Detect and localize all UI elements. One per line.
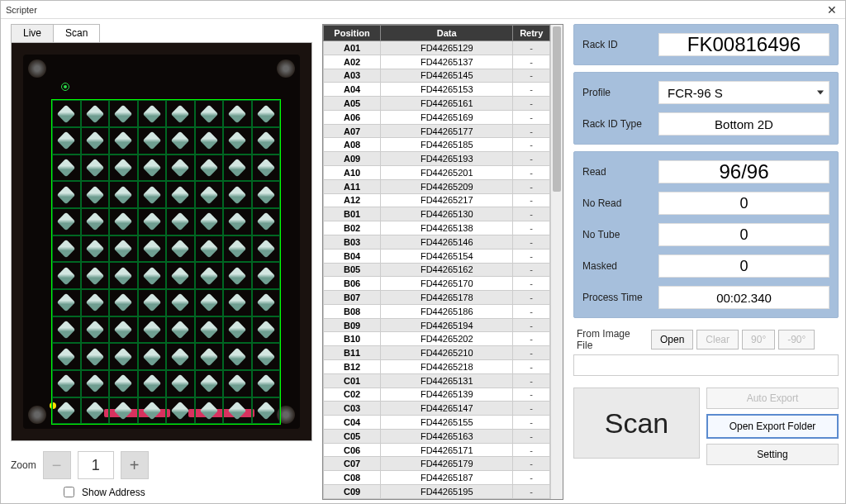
tube-cell[interactable] [195,343,224,370]
rotate-cw-button[interactable]: 90° [742,330,775,349]
tube-cell[interactable] [166,316,195,344]
tube-cell[interactable] [109,235,138,263]
tube-cell[interactable] [195,370,224,397]
tube-cell[interactable] [195,235,224,263]
tube-cell[interactable] [223,208,252,235]
table-row[interactable]: B07FD44265178- [324,291,550,305]
tube-cell[interactable] [81,316,110,344]
table-row[interactable]: A06FD44265169- [324,110,550,124]
tube-cell[interactable] [81,208,110,235]
tab-live[interactable]: Live [11,24,54,43]
tube-cell[interactable] [138,155,167,182]
tube-cell[interactable] [109,100,138,127]
tube-cell[interactable] [81,235,110,263]
tube-cell[interactable] [109,181,138,208]
tube-cell[interactable] [195,208,224,235]
table-row[interactable]: B01FD44265130- [324,207,550,221]
tube-cell[interactable] [195,316,224,344]
tube-cell[interactable] [109,262,138,289]
tube-cell[interactable] [52,316,81,344]
tube-cell[interactable] [166,127,195,155]
tube-cell[interactable] [52,155,81,182]
table-row[interactable]: A09FD44265193- [324,152,550,166]
table-row[interactable]: C08FD44265187- [324,471,550,485]
table-row[interactable]: C05FD44265163- [324,429,550,443]
table-row[interactable]: C02FD44265139- [324,388,550,402]
tube-cell[interactable] [109,208,138,235]
tube-cell[interactable] [166,235,195,263]
rotate-ccw-button[interactable]: -90° [778,330,815,349]
table-row[interactable]: B09FD44265194- [324,318,550,332]
table-row[interactable]: A03FD44265145- [324,69,550,83]
col-position[interactable]: Position [324,26,381,41]
table-row[interactable]: A05FD44265161- [324,97,550,111]
tube-cell[interactable] [52,370,81,397]
table-row[interactable]: C01FD44265131- [324,373,550,388]
file-path-input[interactable] [573,354,839,376]
tube-cell[interactable] [138,316,167,344]
tube-cell[interactable] [252,370,281,397]
tube-cell[interactable] [195,127,224,155]
tube-cell[interactable] [195,100,224,127]
tube-cell[interactable] [138,289,167,316]
table-row[interactable]: C03FD44265147- [324,402,550,416]
tube-cell[interactable] [252,100,281,127]
tube-cell[interactable] [138,262,167,289]
tube-cell[interactable] [223,127,252,155]
zoom-in-button[interactable]: + [121,451,149,479]
tab-scan[interactable]: Scan [54,24,100,43]
tube-cell[interactable] [195,397,224,425]
tube-cell[interactable] [81,370,110,397]
tube-cell[interactable] [52,235,81,263]
tube-cell[interactable] [138,235,167,263]
table-row[interactable]: B12FD44265218- [324,359,550,373]
tube-cell[interactable] [166,397,195,425]
tube-cell[interactable] [81,343,110,370]
tube-cell[interactable] [252,343,281,370]
tube-cell[interactable] [81,100,110,127]
tube-cell[interactable] [195,262,224,289]
tube-cell[interactable] [109,316,138,344]
scan-button[interactable]: Scan [573,388,700,459]
results-table[interactable]: Position Data Retry A01FD44265129-A02FD4… [323,25,550,499]
table-scrollbar[interactable] [550,25,563,499]
tube-cell[interactable] [81,127,110,155]
tube-cell[interactable] [252,155,281,182]
tube-cell[interactable] [252,208,281,235]
tube-cell[interactable] [81,262,110,289]
table-row[interactable]: C04FD44265155- [324,416,550,430]
table-row[interactable]: C06FD44265171- [324,443,550,457]
tube-cell[interactable] [166,181,195,208]
table-row[interactable]: A07FD44265177- [324,124,550,138]
tube-cell[interactable] [195,155,224,182]
zoom-out-button[interactable]: − [43,451,71,479]
tube-cell[interactable] [195,181,224,208]
tube-cell[interactable] [252,181,281,208]
tube-cell[interactable] [138,343,167,370]
table-row[interactable]: B06FD44265170- [324,277,550,291]
tube-cell[interactable] [223,181,252,208]
tube-cell[interactable] [138,100,167,127]
tube-cell[interactable] [166,289,195,316]
tube-cell[interactable] [252,289,281,316]
tube-cell[interactable] [166,155,195,182]
tube-cell[interactable] [166,343,195,370]
clear-file-button[interactable]: Clear [696,330,739,349]
tube-cell[interactable] [138,181,167,208]
tube-cell[interactable] [223,262,252,289]
table-row[interactable]: B04FD44265154- [324,249,550,263]
table-row[interactable]: C09FD44265195- [324,485,550,499]
table-row[interactable]: A04FD44265153- [324,83,550,97]
tube-cell[interactable] [109,127,138,155]
tube-cell[interactable] [223,235,252,263]
table-row[interactable]: A02FD44265137- [324,55,550,69]
tube-cell[interactable] [223,370,252,397]
close-icon[interactable]: ✕ [824,3,840,17]
tube-cell[interactable] [138,208,167,235]
tube-cell[interactable] [166,370,195,397]
tube-cell[interactable] [166,100,195,127]
tube-cell[interactable] [223,100,252,127]
setting-button[interactable]: Setting [706,444,839,465]
table-row[interactable]: A08FD44265185- [324,138,550,152]
tube-cell[interactable] [252,262,281,289]
